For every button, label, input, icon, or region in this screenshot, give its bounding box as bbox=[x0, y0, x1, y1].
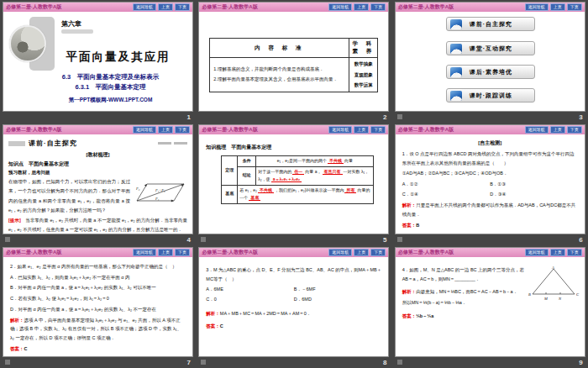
row-header-condition: 条件 bbox=[238, 156, 256, 167]
preview-lead: 预习教材，思考问题 bbox=[8, 170, 187, 176]
nav-home-button[interactable]: 返回导航 bbox=[328, 3, 352, 11]
template-site-link[interactable]: 第一PPT模板网-WWW.1PPT.COM bbox=[29, 97, 192, 104]
slide-header-bar: 必修第二册·人教数学A版 返回导航 上页 下页 bbox=[3, 3, 192, 13]
next-page-button[interactable]: 下页 bbox=[370, 249, 386, 256]
option-b: B．①③ bbox=[490, 180, 578, 190]
theorem-table: 定理 条件 e₁，e₂是同一平面内的两个不共线向量 结论 对于这一平面内的任一向… bbox=[221, 155, 374, 204]
slide-header-bar: 必修第二册·人教数学A版 返回导航 上页 下页 bbox=[199, 3, 388, 13]
analysis-label: 解析： bbox=[402, 202, 417, 208]
prev-page-button[interactable]: 上页 bbox=[550, 249, 565, 256]
prev-page-button[interactable]: 上页 bbox=[550, 126, 565, 134]
analysis-paragraph: 解析：选项 A 中，由平面向量基本定理知 λ₁e₁＋λ₂e₂ 与 e₁、e₂ 共… bbox=[10, 316, 186, 343]
option-d: D．对平面 α 内任一向量 a，使 a＝λ₁e₁＋λ₂e₂ 的实数 λ₁、λ₂ … bbox=[10, 305, 186, 314]
menu-button-before-class[interactable]: 课前·自主探究 bbox=[446, 17, 535, 31]
nav-home-button[interactable]: 返回导航 bbox=[525, 126, 549, 134]
condition-text: 向量 bbox=[344, 158, 353, 163]
prev-page-button[interactable]: 上页 bbox=[158, 3, 173, 11]
question-text: 2．如果 e₁、e₂ 是平面 α 内所有向量的一组基底，那么下列命题中正确的是（… bbox=[10, 262, 186, 271]
menu-button-label: 课时·跟踪训练 bbox=[470, 92, 512, 100]
point-n-label: N bbox=[558, 297, 562, 301]
watermark-stamp-icon bbox=[201, 360, 206, 365]
edition-title: 必修第二册·人教数学A版 bbox=[398, 126, 523, 134]
option-c: C．若有实数 λ₁、λ₂ 使 λ₁e₁＝λ₂e₂，则 λ₁＝λ₂＝0 bbox=[10, 294, 186, 303]
section-title: 课前·自主探究 bbox=[29, 139, 77, 148]
prev-page-button[interactable]: 上页 bbox=[158, 126, 173, 134]
knowledge-summary-title: 知识梳理 平面向量基本定理 bbox=[206, 144, 271, 151]
option-c: C．0 bbox=[206, 295, 294, 305]
thumb-footer: 1 bbox=[3, 112, 193, 122]
menu-button-after-class[interactable]: 课后·素养培优 bbox=[446, 65, 535, 79]
next-page-button[interactable]: 下页 bbox=[370, 126, 386, 134]
thumb-footer: 9 bbox=[395, 357, 585, 367]
next-page-button[interactable]: 下页 bbox=[567, 249, 582, 256]
standards-cell: 1.理解基底的含义，并能判断两个向量是否构成基底． 2.理解平面向量基本定理及其… bbox=[210, 58, 349, 92]
next-page-button[interactable]: 下页 bbox=[175, 249, 190, 256]
section-chip bbox=[8, 141, 25, 146]
page-number: 5 bbox=[383, 236, 389, 244]
prev-page-button[interactable]: 上页 bbox=[354, 126, 369, 134]
vertex-c-label: C bbox=[576, 292, 580, 297]
thumb-footer: 5 bbox=[198, 234, 389, 244]
vertex-a-label: A bbox=[551, 265, 554, 270]
nav-home-button[interactable]: 返回导航 bbox=[328, 249, 352, 256]
row-header-base: 基底 bbox=[222, 185, 238, 203]
next-page-button[interactable]: 下页 bbox=[175, 126, 190, 134]
options-grid: A．①② B．①③ C．①④ D．③④ bbox=[402, 180, 578, 199]
slide-grid: 必修第二册·人教数学A版 返回导航 上页 下页 第六章 平面向量及其应用 6.3… bbox=[0, 0, 588, 368]
analysis-paragraph: 解析：只要是平面上不共线的两个向量都可以作为基底．AD与AB，CA与DC都是不共… bbox=[402, 201, 578, 218]
page-number: 2 bbox=[383, 113, 389, 121]
section-subtext-bar bbox=[174, 142, 187, 145]
nav-home-button[interactable]: 返回导航 bbox=[133, 3, 156, 11]
slide-thumb-3: 必修第二册·人教数学A版 返回导航 上页 下页 课前·自主探究 课堂·互动探究 … bbox=[392, 0, 588, 123]
vector-f1-label: F₁ bbox=[155, 197, 160, 201]
menu-button-exercise[interactable]: 课时·跟踪训练 bbox=[446, 88, 535, 103]
slide-header-bar: 必修第二册·人教数学A版 返回导航 上页 下页 bbox=[199, 248, 388, 258]
slide-header-bar: 必修第二册·人教数学A版 返回导航 上页 下页 bbox=[199, 125, 388, 135]
prev-page-button[interactable]: 上页 bbox=[158, 249, 173, 256]
conclusion-formula-blank: a＝λ₁e₁＋λ₂e₂ bbox=[271, 176, 302, 182]
slide-thumb-5: 必修第二册·人教数学A版 返回导航 上页 下页 知识梳理 平面向量基本定理 定理… bbox=[196, 123, 391, 245]
base-blank: 所有 bbox=[344, 187, 356, 193]
prev-page-button[interactable]: 上页 bbox=[354, 3, 369, 11]
option-a: A．已知实数 λ₁、λ₂，则向量 λ₁e₁＋λ₂e₂ 不一定在平面 α 内 bbox=[10, 273, 186, 282]
answer-value: ⅓b－⅓a bbox=[416, 313, 433, 318]
next-page-button[interactable]: 下页 bbox=[567, 3, 582, 11]
watermark-stamp-icon bbox=[397, 360, 402, 365]
answer-label: 答案： bbox=[402, 223, 417, 228]
conclusion-text: 向量 a， bbox=[305, 169, 321, 174]
nav-home-button[interactable]: 返回导航 bbox=[525, 3, 549, 11]
conclusion-cell: 对于这一平面内的任一向量 a，有且只有一对实数 λ₁，λ₂，使a＝λ₁e₁＋λ₂… bbox=[256, 166, 374, 185]
slide-thumb-2: 必修第二册·人教数学A版 返回导航 上页 下页 内 容 标 准 学 科 素 养 … bbox=[196, 0, 391, 123]
menu-button-label: 课后·素养培优 bbox=[470, 68, 512, 76]
analysis-text: MA＋MB＋MC＝MA＋2MD＝MA＋AM＝0． bbox=[220, 311, 311, 316]
analysis-paragraph: 解析：MA＋MB＋MC＝MA＋2MD＝MA＋AM＝0． bbox=[206, 309, 381, 318]
next-page-button[interactable]: 下页 bbox=[175, 3, 190, 11]
answer-label: 答案： bbox=[402, 313, 417, 318]
nav-home-button[interactable]: 返回导航 bbox=[133, 126, 156, 134]
slide-thumb-4: 必修第二册·人教数学A版 返回导航 上页 下页 课前·自主探究 [教材梳理] 知… bbox=[0, 123, 196, 245]
nav-home-button[interactable]: 返回导航 bbox=[525, 249, 549, 256]
literacy-item-1: 数学抽象 bbox=[350, 59, 376, 70]
option-d: D．6MD bbox=[294, 295, 382, 305]
slide-thumb-7: 必修第二册·人教数学A版 返回导航 上页 下页 2．如果 e₁、e₂ 是平面 α… bbox=[0, 245, 196, 368]
prev-page-button[interactable]: 上页 bbox=[354, 249, 369, 256]
cover-subtitle-1: 6.3 平面向量基本定理及坐标表示 bbox=[29, 73, 192, 81]
section-header: 课前·自主探究 bbox=[3, 135, 192, 148]
nav-home-button[interactable]: 返回导航 bbox=[133, 249, 156, 256]
slide-3: 必修第二册·人教数学A版 返回导航 上页 下页 课前·自主探究 课堂·互动探究 … bbox=[395, 2, 585, 112]
nav-home-button[interactable]: 返回导航 bbox=[328, 126, 352, 134]
option-b: B．对平面 α 内任一向量 a，使 a＝λ₁e₁＋λ₂e₂ 的实数 λ₁、λ₂ … bbox=[10, 283, 186, 292]
page-number: 6 bbox=[579, 236, 585, 244]
book-swoosh-icon bbox=[450, 19, 462, 29]
next-page-button[interactable]: 下页 bbox=[370, 3, 386, 11]
answer-label: 答案： bbox=[10, 346, 24, 351]
slide-header-bar: 必修第二册·人教数学A版 返回导航 上页 下页 bbox=[396, 3, 585, 13]
literacy-cell: 数学抽象 直观想象 数学运算 bbox=[349, 58, 378, 92]
menu-button-in-class[interactable]: 课堂·互动探究 bbox=[446, 41, 535, 55]
slide-4: 必修第二册·人教数学A版 返回导航 上页 下页 课前·自主探究 [教材梳理] 知… bbox=[3, 124, 193, 234]
base-blank: 不共线 bbox=[258, 187, 274, 193]
col-header-content-standard: 内 容 标 准 bbox=[210, 39, 349, 58]
page-number: 3 bbox=[579, 113, 585, 121]
next-page-button[interactable]: 下页 bbox=[567, 126, 582, 134]
prev-page-button[interactable]: 上页 bbox=[550, 3, 565, 11]
